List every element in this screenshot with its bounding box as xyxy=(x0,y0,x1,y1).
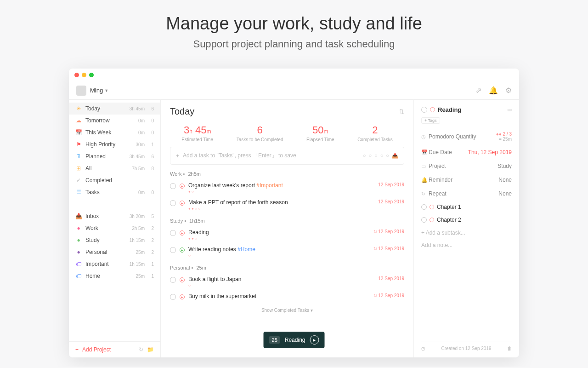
sort-icon[interactable]: ⇅ xyxy=(399,108,404,115)
archive-icon[interactable]: ▭ xyxy=(507,107,512,113)
task-checkbox[interactable] xyxy=(170,230,176,236)
play-icon[interactable] xyxy=(430,218,434,222)
task-date: ↻12 Sep 2019 xyxy=(373,246,404,251)
sidebar-item-personal[interactable]: ●Personal25m2 xyxy=(69,246,160,258)
created-label: Created on 12 Sep 2019 xyxy=(425,346,507,351)
sidebar-item-all[interactable]: ⊞All7h 5m8 xyxy=(69,162,160,174)
task-checkbox[interactable] xyxy=(170,183,176,189)
minimize-dot[interactable] xyxy=(82,73,86,77)
pomo-dots: ● ● ○ xyxy=(188,236,370,241)
hero-subtitle: Support project planning and task schedu… xyxy=(0,38,588,50)
task-checkbox[interactable] xyxy=(170,200,176,206)
pomo-dots: ● ○ xyxy=(188,190,374,194)
add-subtask-input[interactable]: + Add a subtask... xyxy=(421,226,512,239)
stats-icon[interactable]: ⇗ xyxy=(475,86,481,95)
sidebar-item-work[interactable]: ●Work2h 5m2 xyxy=(69,222,160,234)
sidebar-item-tomorrow[interactable]: ☁Tomorrow0m0 xyxy=(69,115,160,126)
play-icon[interactable]: ▶ xyxy=(180,201,185,206)
repeat-icon: ↻ xyxy=(421,191,429,197)
count-label: 0 xyxy=(150,190,154,195)
priority-icon[interactable]: ○ xyxy=(380,153,384,159)
play-icon[interactable] xyxy=(430,107,435,112)
zoom-dot[interactable] xyxy=(89,73,94,77)
detail-row-reminder[interactable]: 🔔 Reminder None xyxy=(421,173,512,187)
sidebar-item-tasks[interactable]: ☰Tasks0m0 xyxy=(69,186,160,198)
hero-title: Manage your work, study and life xyxy=(0,14,588,34)
sidebar-item-this-week[interactable]: 📅This Week0m0 xyxy=(69,126,160,138)
history-icon[interactable]: ◷ xyxy=(421,346,425,351)
project-icon: ▭ xyxy=(421,163,429,169)
task-row[interactable]: ▶Book a flight to Japan○12 Sep 2019 xyxy=(170,273,404,290)
sidebar-item-inbox[interactable]: 📥Inbox3h 20m5 xyxy=(69,210,160,222)
sidebar-item-label: Home xyxy=(85,273,132,279)
task-checkbox[interactable] xyxy=(170,247,176,253)
play-icon[interactable]: ▶ xyxy=(180,247,185,253)
task-tag[interactable]: #Important xyxy=(256,182,283,189)
show-completed-toggle[interactable]: Show Completed Tasks ▾ xyxy=(170,308,404,313)
pomo-label: Reading xyxy=(285,337,305,343)
list-icon: 📥 xyxy=(75,213,82,219)
pomo-dots: ● ● ○ ○ xyxy=(188,207,374,211)
detail-row-pomo[interactable]: ◷ Pomodoro Quantity ●● 2 / 3= 25m xyxy=(421,128,512,145)
sidebar-item-important[interactable]: 🏷Important1h 15m1 xyxy=(69,258,160,270)
sidebar-item-high-priority[interactable]: ⚑High Priority30m1 xyxy=(69,138,160,150)
add-project-button[interactable]: Add Project xyxy=(82,346,135,353)
task-checkbox[interactable] xyxy=(421,107,427,113)
bell-icon[interactable]: 🔔 xyxy=(489,86,498,95)
sidebar-item-home[interactable]: 🏷Home25m1 xyxy=(69,270,160,282)
add-note-input[interactable]: Add a note... xyxy=(421,242,512,248)
sidebar-item-planned[interactable]: 🗓Planned3h 45m6 xyxy=(69,150,160,162)
priority-icon[interactable]: ○ xyxy=(363,153,366,159)
caret-down-icon[interactable]: ▼ xyxy=(104,88,108,93)
task-checkbox[interactable] xyxy=(170,277,176,283)
detail-row-project[interactable]: ▭ Project Study xyxy=(421,159,512,173)
task-checkbox[interactable] xyxy=(170,294,176,300)
priority-icon[interactable]: ○ xyxy=(374,153,378,159)
subtask-checkbox[interactable] xyxy=(421,217,427,223)
inbox-icon[interactable]: 📥 xyxy=(392,153,398,159)
priority-icon[interactable]: ○ xyxy=(386,153,389,159)
priority-icon[interactable]: ○ xyxy=(368,153,372,159)
play-icon[interactable]: ▶ xyxy=(180,277,185,282)
sync-icon[interactable]: ↻ xyxy=(139,346,143,353)
sidebar-item-label: Important xyxy=(85,261,126,267)
close-dot[interactable] xyxy=(74,73,79,77)
sidebar-item-study[interactable]: ●Study1h 15m2 xyxy=(69,234,160,246)
task-tag[interactable]: #Home xyxy=(237,246,255,253)
count-label: 2 xyxy=(150,250,154,255)
detail-row-due[interactable]: 📅 Due Date Thu, 12 Sep 2019 xyxy=(421,145,512,159)
play-icon[interactable]: ▶ xyxy=(180,294,185,299)
play-icon[interactable]: ▶ xyxy=(180,184,185,189)
play-icon[interactable]: ▶ xyxy=(180,230,185,236)
avatar[interactable] xyxy=(76,86,86,96)
task-row[interactable]: ▶Organize last week's report #Important●… xyxy=(170,179,404,196)
detail-title[interactable]: Reading xyxy=(438,106,461,113)
play-button[interactable]: ▶ xyxy=(310,335,319,345)
duration-label: 30m xyxy=(136,142,145,147)
folder-icon[interactable]: 📁 xyxy=(147,346,154,353)
duration-label: 3h 45m xyxy=(130,154,145,159)
sidebar-item-label: All xyxy=(85,165,128,172)
pomo-dots: ○ xyxy=(188,283,374,288)
duration-label: 0m xyxy=(138,118,145,123)
sidebar-item-today[interactable]: ☀Today3h 45m6 xyxy=(69,103,160,115)
pomodoro-bar[interactable]: 25 Reading ▶ xyxy=(264,332,325,348)
subtask-row[interactable]: Chapter 2 xyxy=(421,213,512,226)
task-row[interactable]: ▶Make a PPT of report of the forth seaso… xyxy=(170,196,404,213)
task-row[interactable]: ▶Reading● ● ○↻12 Sep 2019 xyxy=(170,226,404,243)
subtask-row[interactable]: Chapter 1 xyxy=(421,201,512,213)
trash-icon[interactable]: 🗑 xyxy=(507,346,512,351)
count-label: 0 xyxy=(150,118,154,123)
gear-icon[interactable]: ⚙ xyxy=(505,86,512,95)
center-panel: Today ⇅ 3h 45mEstimated Time6Tasks to be… xyxy=(161,100,413,357)
add-task-input[interactable]: + Add a task to "Tasks", press 「Enter」 t… xyxy=(170,147,404,165)
detail-row-repeat[interactable]: ↻ Repeat None xyxy=(421,187,512,201)
username[interactable]: Ming xyxy=(90,87,103,94)
play-icon[interactable] xyxy=(430,205,434,209)
task-row[interactable]: ▶Write reading notes #Home○↻12 Sep 2019 xyxy=(170,243,404,260)
add-tag-button[interactable]: + Tags xyxy=(421,117,440,124)
count-label: 6 xyxy=(150,106,154,111)
subtask-checkbox[interactable] xyxy=(421,204,427,210)
task-row[interactable]: ▶Buy milk in the supermarket↻12 Sep 2019 xyxy=(170,290,404,303)
sidebar-item-completed[interactable]: ✓Completed xyxy=(69,174,160,186)
